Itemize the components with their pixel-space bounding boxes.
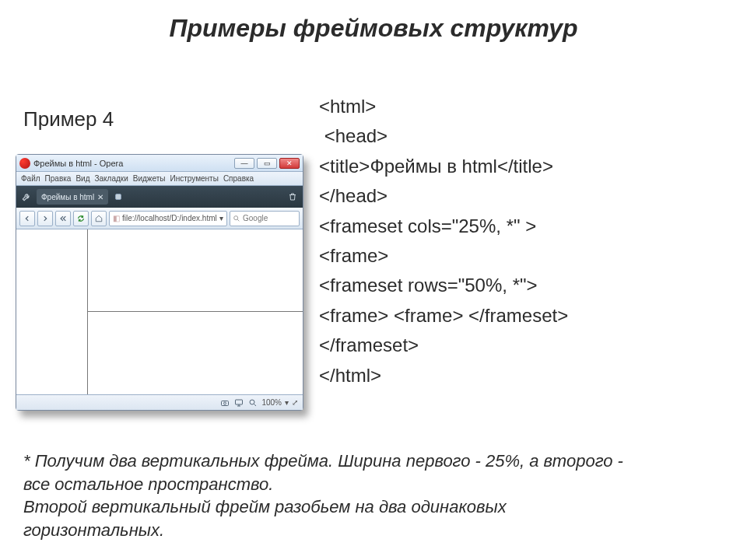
nav-home-button[interactable] — [91, 211, 107, 226]
note-line: все остальное пространство. — [23, 473, 716, 496]
opera-window: Фреймы в html - Opera — ▭ ✕ Файл Правка … — [16, 154, 303, 411]
note-line: * Получим два вертикальных фрейма. Ширин… — [23, 450, 716, 473]
addressbar: ◧ file://localhost/D:/index.html ▾ Googl… — [16, 208, 303, 229]
window-close-button[interactable]: ✕ — [279, 158, 300, 169]
magnifier-icon — [233, 215, 240, 222]
new-tab-button[interactable] — [111, 190, 125, 204]
url-text: file://localhost/D:/index.html — [122, 214, 217, 222]
expand-icon[interactable]: ⤢ — [292, 398, 298, 407]
svg-point-2 — [224, 402, 226, 404]
frame-bottom-right — [88, 312, 303, 394]
page-title: Примеры фреймовых структур — [0, 14, 747, 43]
code-line: <head> — [319, 121, 716, 151]
code-line: <frame> <frame> </frameset> — [319, 301, 716, 331]
titlebar: Фреймы в html - Opera — ▭ ✕ — [16, 155, 303, 172]
wrench-icon[interactable] — [19, 190, 33, 204]
zoom-dropdown-icon[interactable]: ▾ — [285, 398, 289, 407]
browser-tab[interactable]: Фреймы в html ✕ — [37, 189, 108, 205]
statusbar: 100% ▾ ⤢ — [16, 394, 303, 410]
trash-icon[interactable] — [286, 190, 300, 204]
frame-top-right — [88, 229, 303, 312]
code-line: </frameset> — [319, 331, 716, 360]
code-line: <title>Фреймы в html</title> — [319, 152, 716, 181]
code-line: </head> — [319, 181, 716, 211]
opera-app-icon — [19, 158, 30, 169]
nav-forward-button[interactable] — [37, 211, 53, 226]
nav-rewind-button[interactable] — [55, 211, 71, 226]
tab-close-icon[interactable]: ✕ — [97, 193, 103, 201]
monitor-icon[interactable] — [233, 397, 244, 408]
frame-left — [16, 229, 88, 394]
nav-reload-button[interactable] — [73, 211, 89, 226]
menu-widgets[interactable]: Виджеты — [133, 174, 166, 183]
note-line: горизонтальных. — [23, 519, 716, 542]
svg-rect-1 — [222, 401, 229, 405]
menu-view[interactable]: Вид — [75, 174, 89, 183]
zoom-magnifier-icon[interactable] — [247, 397, 258, 408]
menu-file[interactable]: Файл — [21, 174, 40, 183]
menubar: Файл Правка Вид Закладки Виджеты Инструм… — [16, 172, 303, 186]
window-minimize-button[interactable]: — — [234, 158, 254, 169]
search-placeholder: Google — [243, 214, 268, 222]
window-title: Фреймы в html - Opera — [33, 159, 234, 168]
svg-point-0 — [234, 215, 238, 219]
page-icon: ◧ — [113, 214, 120, 222]
camera-icon[interactable] — [219, 397, 230, 408]
tab-label: Фреймы в html — [41, 193, 94, 201]
code-line: <frameset cols="25%, *" > — [319, 212, 716, 241]
slide-notes: * Получим два вертикальных фрейма. Ширин… — [23, 450, 716, 542]
svg-rect-3 — [236, 400, 243, 404]
menu-help[interactable]: Справка — [223, 174, 254, 183]
window-maximize-button[interactable]: ▭ — [257, 158, 277, 169]
nav-back-button[interactable] — [19, 211, 35, 226]
code-line: </html> — [319, 361, 716, 390]
search-box[interactable]: Google — [230, 211, 300, 226]
menu-edit[interactable]: Правка — [45, 174, 72, 183]
url-dropdown-icon[interactable]: ▾ — [219, 214, 223, 222]
url-field[interactable]: ◧ file://localhost/D:/index.html ▾ — [109, 211, 227, 226]
code-listing: <html> <head> <title>Фреймы в html</titl… — [319, 92, 716, 390]
zoom-value: 100% — [261, 398, 282, 407]
note-line: Второй вертикальный фрейм разобьем на дв… — [23, 495, 716, 519]
code-line: <frameset rows="50%, *"> — [319, 271, 716, 300]
example-label: Пример 4 — [23, 107, 114, 131]
code-line: <html> — [319, 92, 716, 121]
menu-tools[interactable]: Инструменты — [170, 174, 219, 183]
page-viewport — [16, 229, 303, 394]
code-line: <frame> — [319, 241, 716, 271]
menu-bookmarks[interactable]: Закладки — [94, 174, 128, 183]
tabstrip: Фреймы в html ✕ — [16, 186, 303, 208]
svg-point-4 — [250, 400, 254, 404]
